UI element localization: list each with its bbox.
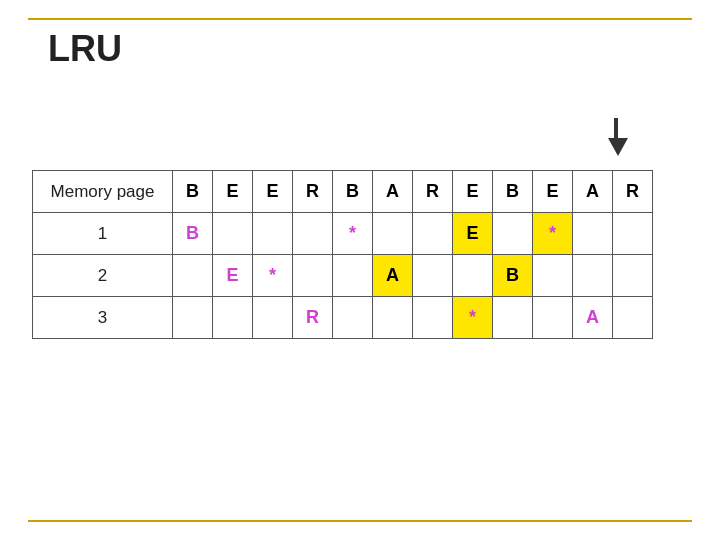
cell-row2-col1: E <box>213 255 253 297</box>
cell-row1-col1 <box>213 213 253 255</box>
cell-row3-col0 <box>173 297 213 339</box>
lru-table: Memory page BEERBAREBEAR 1B*E*2E*AB3R*A <box>32 170 653 339</box>
cell-row3-col4 <box>333 297 373 339</box>
cell-row1-col7: E <box>453 213 493 255</box>
cell-row2-col2: * <box>253 255 293 297</box>
cell-row2-col7 <box>453 255 493 297</box>
header-col-7: E <box>453 171 493 213</box>
cell-row2-col10 <box>573 255 613 297</box>
row-label-1: 1 <box>33 213 173 255</box>
cell-row3-col3: R <box>293 297 333 339</box>
row-label-3: 3 <box>33 297 173 339</box>
table-row: 1B*E* <box>33 213 653 255</box>
table-row: 3R*A <box>33 297 653 339</box>
cell-row2-col6 <box>413 255 453 297</box>
cell-row1-col2 <box>253 213 293 255</box>
table-header-row: Memory page BEERBAREBEAR <box>33 171 653 213</box>
cell-row2-col11 <box>613 255 653 297</box>
header-col-5: A <box>373 171 413 213</box>
top-border <box>28 18 692 20</box>
header-col-3: R <box>293 171 333 213</box>
cell-row1-col8 <box>493 213 533 255</box>
cell-row1-col6 <box>413 213 453 255</box>
cell-row1-col3 <box>293 213 333 255</box>
cell-row3-col8 <box>493 297 533 339</box>
cell-row1-col4: * <box>333 213 373 255</box>
header-col-1: E <box>213 171 253 213</box>
cell-row1-col5 <box>373 213 413 255</box>
cell-row2-col3 <box>293 255 333 297</box>
cell-row1-col11 <box>613 213 653 255</box>
cell-row3-col5 <box>373 297 413 339</box>
header-col-11: R <box>613 171 653 213</box>
cell-row2-col5: A <box>373 255 413 297</box>
cell-row3-col1 <box>213 297 253 339</box>
header-col-8: B <box>493 171 533 213</box>
arrow-stem <box>614 118 618 140</box>
cell-row3-col6 <box>413 297 453 339</box>
header-col-6: R <box>413 171 453 213</box>
cell-row2-col4 <box>333 255 373 297</box>
cell-row2-col0 <box>173 255 213 297</box>
cell-row2-col8: B <box>493 255 533 297</box>
header-col-2: E <box>253 171 293 213</box>
memory-page-header: Memory page <box>33 171 173 213</box>
header-col-10: A <box>573 171 613 213</box>
header-col-4: B <box>333 171 373 213</box>
cell-row3-col7: * <box>453 297 493 339</box>
cell-row3-col2 <box>253 297 293 339</box>
page-title: LRU <box>48 28 122 70</box>
bottom-border <box>28 520 692 522</box>
header-col-0: B <box>173 171 213 213</box>
cell-row1-col10 <box>573 213 613 255</box>
table-row: 2E*AB <box>33 255 653 297</box>
lru-table-wrapper: Memory page BEERBAREBEAR 1B*E*2E*AB3R*A <box>32 170 653 339</box>
cell-row1-col0: B <box>173 213 213 255</box>
cell-row3-col9 <box>533 297 573 339</box>
header-col-9: E <box>533 171 573 213</box>
cell-row3-col11 <box>613 297 653 339</box>
down-arrow-icon <box>608 138 628 156</box>
cell-row1-col9: * <box>533 213 573 255</box>
cell-row3-col10: A <box>573 297 613 339</box>
cell-row2-col9 <box>533 255 573 297</box>
row-label-2: 2 <box>33 255 173 297</box>
